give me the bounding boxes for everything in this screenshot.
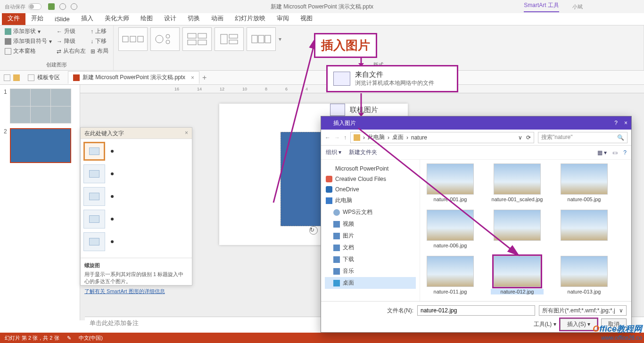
tab-transitions[interactable]: 切换 xyxy=(182,12,206,25)
window-title: 新建 Microsoft PowerPoint 演示文稿.pptx xyxy=(271,3,373,11)
dialog-bottom: 文件名(N): 所有图片(*.emf;*.wmf;*.jpg;*.j∨ 工具(L… xyxy=(321,301,631,334)
close-icon[interactable]: × xyxy=(185,130,188,137)
text-pane-button[interactable]: 文本窗格 xyxy=(5,47,52,55)
textpane-footer: 螺旋图 用于显示一系列其对应的级别 1 标题旋入中心的多达五个图片。 了解有关 … xyxy=(81,258,192,299)
rtl-button[interactable]: ⇄ 从右向左 xyxy=(57,47,86,55)
pc-icon xyxy=(326,197,332,204)
ribbon-group-create: 添加形状 ▾ 添加项目符号 ▾ 文本窗格 ← 升级 → 降级 ⇄ 从右向左 ↑ … xyxy=(0,25,114,70)
save-icon[interactable] xyxy=(48,3,55,10)
video-icon xyxy=(333,221,340,228)
promote-button[interactable]: ← 升级 xyxy=(57,27,86,35)
tab-animations[interactable]: 动画 xyxy=(206,12,229,25)
annotation-arrow xyxy=(198,33,321,212)
smartart-text-pane: 在此处键入文字 × 螺旋图 用于显示一系列其对应的级别 1 标题旋入中心的多达五… xyxy=(80,127,192,286)
tab-insert[interactable]: 插入 xyxy=(75,12,99,25)
item-thumb xyxy=(83,232,105,251)
add-shape-button[interactable]: 添加形状 ▾ xyxy=(5,27,52,35)
toggle-icon xyxy=(28,3,41,10)
file-item[interactable] xyxy=(558,210,611,248)
slide-count: 幻灯片 第 2 张，共 2 张 xyxy=(5,335,59,342)
filename-label: 文件名(N): xyxy=(387,307,413,315)
textpane-item[interactable] xyxy=(83,142,189,161)
svg-rect-1 xyxy=(130,36,136,42)
document-tabs: 模板专区 新建 Microsoft PowerPoint 演示文稿.pptx× … xyxy=(0,71,644,85)
home-icon xyxy=(28,74,34,81)
layout-button[interactable]: ⊞ 布局 xyxy=(91,47,108,55)
rotate-handle-icon[interactable]: ↻ xyxy=(309,226,318,235)
watermark: OOffice教程网ffice教程网 www.office26.co xyxy=(593,323,642,341)
item-thumb xyxy=(83,187,105,206)
move-up-button[interactable]: ↑ 上移 xyxy=(91,27,108,35)
add-bullet-button[interactable]: 添加项目符号 ▾ xyxy=(5,37,52,45)
textpane-item[interactable] xyxy=(83,164,189,183)
bullet-icon xyxy=(111,150,114,153)
tab-file[interactable]: 文件 xyxy=(2,12,25,25)
layout-option[interactable] xyxy=(150,27,180,51)
thumb-preview xyxy=(10,89,71,123)
tab-review[interactable]: 审阅 xyxy=(271,12,295,25)
textpane-icon xyxy=(5,48,11,55)
svg-line-16 xyxy=(273,38,316,203)
ribbon-tabs: 文件 开始 iSlide 插入 美化大师 绘图 设计 切换 动画 幻灯片放映 审… xyxy=(0,13,644,25)
spellcheck-icon[interactable]: ✎ xyxy=(67,335,71,341)
help-icon[interactable]: ? xyxy=(614,120,618,126)
organize-button[interactable]: 组织 ▾ xyxy=(326,148,341,156)
tab-beautify[interactable]: 美化大师 xyxy=(99,12,135,25)
tab-slideshow[interactable]: 幻灯片放映 xyxy=(229,12,271,25)
new-file-icon[interactable] xyxy=(4,74,10,81)
context-tab-label[interactable]: SmartArt 工具 xyxy=(524,1,559,12)
help-icon[interactable]: ? xyxy=(623,149,627,156)
music-icon xyxy=(333,268,340,275)
cloud-icon xyxy=(326,176,332,182)
file-item[interactable]: nature-005.jpg xyxy=(558,163,611,202)
powerpoint-icon xyxy=(73,74,80,81)
textpane-header: 在此处键入文字 × xyxy=(81,128,192,139)
template-tab[interactable]: 模板专区 xyxy=(23,71,65,84)
tree-item-desktop[interactable]: 桌面 xyxy=(325,277,416,289)
callout-from-file[interactable]: 来自文件 浏览计算机或本地网络中的文件 xyxy=(326,65,458,92)
language-indicator[interactable]: 中文(中国) xyxy=(79,335,103,342)
svg-rect-0 xyxy=(123,36,128,42)
search-input[interactable]: 搜索"nature"🔍 xyxy=(538,132,627,143)
tab-design[interactable]: 设计 xyxy=(158,12,182,25)
annotation-arrow xyxy=(349,123,528,265)
tab-view[interactable]: 视图 xyxy=(295,12,318,25)
textpane-item[interactable] xyxy=(83,187,189,206)
item-thumb xyxy=(83,164,105,183)
learn-more-link[interactable]: 了解有关 SmartArt 图形的详细信息 xyxy=(84,288,188,295)
view-icon[interactable]: ▦ ▾ xyxy=(597,149,607,156)
textpane-item[interactable] xyxy=(83,232,189,251)
tab-draw[interactable]: 绘图 xyxy=(135,12,158,25)
slide-thumb-2[interactable]: 2 xyxy=(4,128,76,163)
move-down-button[interactable]: ↓ 下移 xyxy=(91,37,108,45)
chevron-down-icon: ∨ xyxy=(619,307,623,314)
close-tab-icon[interactable]: × xyxy=(191,74,194,81)
up-icon[interactable]: ↑ xyxy=(344,134,347,141)
tab-islide[interactable]: iSlide xyxy=(49,13,75,25)
close-icon[interactable]: × xyxy=(624,120,627,126)
svg-point-5 xyxy=(166,40,170,44)
file-item[interactable]: nature-013.jpg xyxy=(558,256,611,294)
svg-line-19 xyxy=(358,128,519,255)
document-tab[interactable]: 新建 Microsoft PowerPoint 演示文稿.pptx× xyxy=(68,71,199,84)
bullet-icon xyxy=(111,218,114,220)
user-name[interactable]: 小斌 xyxy=(572,3,583,10)
file-filter-combo[interactable]: 所有图片(*.emf;*.wmf;*.jpg;*.j∨ xyxy=(539,305,627,316)
tree-item[interactable]: 音乐 xyxy=(325,265,416,277)
undo-icon[interactable] xyxy=(59,3,66,10)
filename-input[interactable] xyxy=(417,305,535,316)
forward-icon[interactable]: → xyxy=(334,134,340,141)
preview-icon[interactable]: ▭ xyxy=(612,149,618,156)
textpane-item[interactable] xyxy=(83,210,189,229)
tools-button[interactable]: 工具(L) ▾ xyxy=(534,320,556,328)
redo-icon[interactable] xyxy=(71,3,77,10)
back-icon[interactable]: ← xyxy=(325,134,330,141)
layout-option[interactable] xyxy=(118,27,148,51)
autosave-toggle[interactable]: 自动保存 xyxy=(5,3,41,10)
slide-thumb-1[interactable]: 1 xyxy=(4,89,76,123)
insert-button[interactable]: 插入(S) ▾ xyxy=(560,318,597,330)
svg-point-4 xyxy=(166,34,170,38)
open-folder-icon[interactable] xyxy=(13,74,20,81)
demote-button[interactable]: → 降级 xyxy=(57,37,86,45)
tab-home[interactable]: 开始 xyxy=(25,12,49,25)
